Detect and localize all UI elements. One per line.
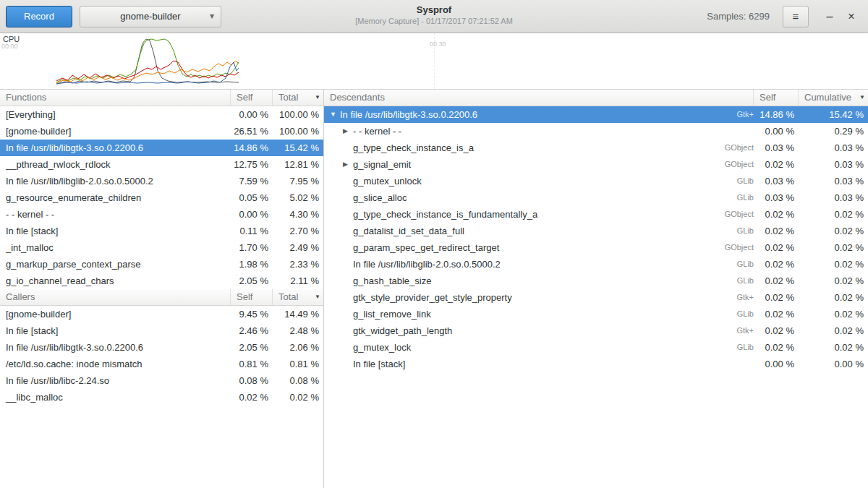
table-row[interactable]: g_resource_enumerate_children0.05 %5.02 … [0,189,323,206]
cumulative-percent: 0.00 % [799,356,868,372]
table-row[interactable]: __pthread_rwlock_rdlock12.75 %12.81 % [0,156,323,173]
cumulative-percent: 0.02 % [799,322,868,339]
table-row[interactable]: ▶g_signal_emitGObject0.02 %0.03 % [324,156,868,173]
self-percent: 9.45 % [231,306,273,322]
record-button[interactable]: Record [6,6,72,27]
column-label: Total [278,289,298,305]
function-name-cell: g_mutex_lock [324,339,703,356]
column-header-total[interactable]: Total ▼ [273,90,323,106]
table-row[interactable]: [gnome-builder]9.45 %14.49 % [0,306,323,322]
table-row[interactable]: - - kernel - -0.00 %4.30 % [0,206,323,223]
table-row[interactable]: In file [stack]0.00 %0.00 % [324,356,868,372]
table-row[interactable]: g_param_spec_get_redirect_targetGObject0… [324,239,868,256]
functions-table-header: Functions Self Total ▼ [0,90,323,106]
sort-indicator-icon: ▼ [315,90,323,106]
table-row[interactable]: gtk_style_provider_get_style_propertyGtk… [324,289,868,306]
function-name: In file /usr/lib/libc-2.24.so [0,372,231,389]
self-percent: 0.02 % [754,273,799,289]
self-percent: 0.03 % [754,140,799,156]
column-header-functions[interactable]: Functions [0,90,231,106]
column-header-self[interactable]: Self [231,289,273,305]
table-row[interactable]: g_slice_allocGLib0.03 %0.03 % [324,189,868,206]
sort-indicator-icon: ▼ [315,289,323,305]
library-badge: GLib [703,173,754,189]
function-name: g_resource_enumerate_children [0,189,231,206]
total-percent: 5.02 % [273,189,323,206]
column-label: Descendants [330,90,385,106]
function-name: g_markup_parse_context_parse [0,256,231,273]
function-name: In file [stack] [353,356,405,372]
descendants-table-body: ▼In file /usr/lib/libgtk-3.so.0.2200.6Gt… [324,106,868,372]
function-name: g_param_spec_get_redirect_target [353,239,499,256]
library-badge: GLib [703,339,754,356]
column-header-cumulative[interactable]: Cumulative ▼ [799,90,868,106]
self-percent: 0.02 % [754,206,799,223]
table-row[interactable]: g_mutex_lockGLib0.02 %0.02 % [324,339,868,356]
table-row[interactable]: In file [stack]0.11 %2.70 % [0,223,323,239]
table-row[interactable]: g_mutex_unlockGLib0.03 %0.03 % [324,173,868,189]
self-percent: 14.86 % [231,140,273,156]
cpu-graph[interactable]: CPU 00:00 00:30 [0,33,868,90]
function-name: g_mutex_lock [353,339,411,356]
expand-icon[interactable]: ▶ [343,123,353,140]
process-selector-dropdown[interactable]: gnome-builder ▾ [80,6,221,27]
collapse-icon[interactable]: ▼ [330,106,340,123]
total-percent: 2.06 % [273,339,323,356]
function-name-cell: ▶- - kernel - - [324,123,703,140]
table-row[interactable]: In file /usr/lib/libglib-2.0.so.0.5000.2… [324,256,868,273]
window-title-block: Sysprof [Memory Capture] - 01/17/2017 07… [355,4,513,25]
library-badge: Gtk+ [703,106,754,123]
column-header-callers[interactable]: Callers [0,289,231,305]
self-percent: 0.00 % [754,123,799,140]
table-row[interactable]: In file [stack]2.46 %2.48 % [0,322,323,339]
table-row[interactable]: g_datalist_id_set_data_fullGLib0.02 %0.0… [324,223,868,239]
function-name: g_mutex_unlock [353,173,422,189]
sort-indicator-icon: ▼ [859,90,868,106]
self-percent: 0.00 % [231,106,273,123]
table-row[interactable]: /etc/ld.so.cache: inode mismatch0.81 %0.… [0,356,323,372]
library-badge: GObject [703,156,754,173]
table-row[interactable]: [Everything]0.00 %100.00 % [0,106,323,123]
self-percent: 0.02 % [754,289,799,306]
minimize-button[interactable]: – [819,6,841,27]
function-name-cell: gtk_style_provider_get_style_property [324,289,703,306]
column-header-total[interactable]: Total ▼ [273,289,323,305]
function-name-cell: g_slice_alloc [324,189,703,206]
total-percent: 100.00 % [273,106,323,123]
table-row[interactable]: ▶- - kernel - -0.00 %0.29 % [324,123,868,140]
table-row[interactable]: In file /usr/lib/libglib-2.0.so.0.5000.2… [0,173,323,189]
close-button[interactable]: × [841,6,862,27]
table-row[interactable]: gtk_widget_path_lengthGtk+0.02 %0.02 % [324,322,868,339]
table-row[interactable]: g_hash_table_sizeGLib0.02 %0.02 % [324,273,868,289]
table-row[interactable]: g_type_check_instance_is_fundamentally_a… [324,206,868,223]
column-header-descendants[interactable]: Descendants [324,90,754,106]
table-row[interactable]: g_io_channel_read_chars2.05 %2.11 % [0,273,323,289]
total-percent: 12.81 % [273,156,323,173]
cumulative-percent: 0.02 % [799,339,868,356]
functions-table-body: [Everything]0.00 %100.00 %[gnome-builder… [0,106,323,289]
table-row[interactable]: __libc_malloc0.02 %0.02 % [0,389,323,406]
expand-icon[interactable]: ▶ [343,156,353,173]
table-row[interactable]: In file /usr/lib/libc-2.24.so0.08 %0.08 … [0,372,323,389]
table-row[interactable]: _int_malloc1.70 %2.49 % [0,239,323,256]
table-row[interactable]: [gnome-builder]26.51 %100.00 % [0,123,323,140]
table-row[interactable]: g_list_remove_linkGLib0.02 %0.02 % [324,306,868,322]
function-name-cell: ▶g_signal_emit [324,156,703,173]
column-header-self[interactable]: Self [231,90,273,106]
column-header-self[interactable]: Self [754,90,799,106]
self-percent: 0.81 % [231,356,273,372]
table-row[interactable]: g_markup_parse_context_parse1.98 %2.33 % [0,256,323,273]
self-percent: 0.02 % [754,156,799,173]
hamburger-menu-button[interactable]: ≡ [783,6,809,27]
table-row[interactable]: g_type_check_instance_is_aGObject0.03 %0… [324,140,868,156]
cumulative-percent: 0.03 % [799,156,868,173]
table-row[interactable]: In file /usr/lib/libgtk-3.so.0.2200.614.… [0,140,323,156]
column-label: Cumulative [804,90,851,106]
process-selector-value: gnome-builder [120,11,180,22]
function-name: __pthread_rwlock_rdlock [0,156,231,173]
table-row[interactable]: ▼In file /usr/lib/libgtk-3.so.0.2200.6Gt… [324,106,868,123]
self-percent: 1.98 % [231,256,273,273]
cumulative-percent: 0.29 % [799,123,868,140]
table-row[interactable]: In file /usr/lib/libgtk-3.so.0.2200.62.0… [0,339,323,356]
total-percent: 2.11 % [273,273,323,289]
